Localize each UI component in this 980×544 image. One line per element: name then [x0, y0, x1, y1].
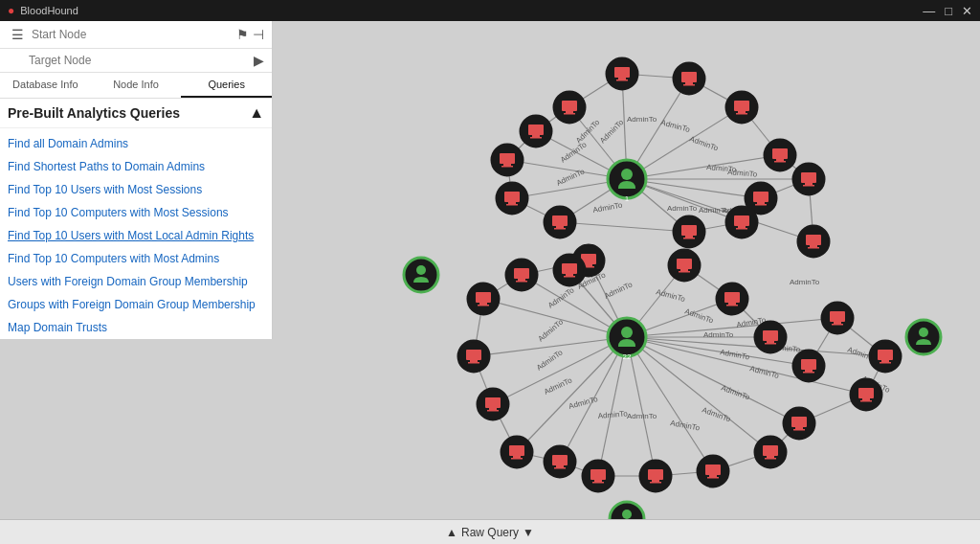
computer-node[interactable]: [492, 145, 523, 175]
computer-node[interactable]: [506, 260, 537, 290]
user-node[interactable]: [906, 320, 941, 354]
query-item-4[interactable]: Find Top 10 Computers with Most Sessions: [0, 201, 272, 224]
computer-node[interactable]: [545, 446, 575, 477]
computer-node[interactable]: [784, 408, 814, 439]
svg-text:AdminTo: AdminTo: [720, 383, 751, 401]
svg-rect-176: [803, 372, 814, 374]
query-item-9[interactable]: Map Domain Trusts: [0, 316, 272, 339]
svg-rect-164: [679, 271, 690, 273]
svg-line-42: [517, 337, 627, 452]
svg-rect-130: [753, 192, 768, 202]
svg-text:AdminTo: AdminTo: [574, 118, 602, 146]
svg-rect-215: [513, 456, 521, 458]
target-node-input[interactable]: [8, 54, 250, 67]
target-node-row: ▶: [0, 49, 272, 73]
svg-rect-208: [592, 482, 604, 484]
svg-rect-134: [734, 215, 749, 226]
svg-text:AdminTo: AdminTo: [597, 409, 628, 420]
svg-rect-228: [478, 305, 489, 306]
svg-rect-212: [554, 467, 566, 469]
computer-node[interactable]: [478, 389, 508, 419]
svg-point-238: [621, 169, 633, 180]
computer-node[interactable]: [501, 437, 532, 467]
play-button[interactable]: ▶: [254, 53, 264, 68]
svg-rect-126: [806, 235, 821, 245]
minimize-button[interactable]: —: [923, 4, 935, 18]
computer-node[interactable]: [521, 116, 551, 147]
svg-text:AdminTo: AdminTo: [683, 306, 715, 325]
computer-node[interactable]: [458, 341, 489, 372]
tab-database-info[interactable]: Database Info: [0, 73, 91, 98]
computer-node[interactable]: [793, 164, 824, 194]
close-button[interactable]: ✕: [962, 4, 972, 18]
svg-rect-150: [500, 153, 515, 164]
svg-rect-111: [685, 82, 693, 84]
computer-node[interactable]: [726, 92, 757, 123]
window-controls[interactable]: — □ ✕: [923, 4, 972, 18]
computer-node[interactable]: [726, 207, 757, 238]
svg-text:AdminTo: AdminTo: [598, 118, 626, 146]
center-node-22[interactable]: 22: [608, 318, 646, 361]
svg-rect-128: [808, 247, 819, 249]
svg-rect-146: [504, 192, 520, 202]
collapse-icon[interactable]: ▲: [249, 104, 264, 122]
computer-node[interactable]: [698, 456, 728, 487]
start-node-row: ☰ ⚑ ⊣: [0, 21, 272, 49]
computer-node[interactable]: [640, 461, 671, 491]
graph-area[interactable]: .edge { stroke: #888; stroke-width: 1.2;…: [273, 21, 980, 544]
query-item-2[interactable]: Find Shortest Paths to Domain Admins: [0, 155, 272, 178]
svg-rect-172: [765, 343, 776, 345]
computer-node[interactable]: [674, 63, 704, 94]
query-item-8[interactable]: Groups with Foreign Domain Group Members…: [0, 293, 272, 316]
tab-node-info[interactable]: Node Info: [91, 73, 182, 98]
svg-line-38: [627, 337, 713, 471]
query-item-6[interactable]: Find Top 10 Computers with Most Admins: [0, 247, 272, 270]
query-item-5[interactable]: Find Top 10 Users with Most Local Admin …: [0, 224, 272, 247]
svg-rect-118: [772, 148, 788, 159]
raw-query-button[interactable]: ▲ Raw Query ▼: [446, 526, 534, 539]
computer-node[interactable]: [755, 437, 786, 467]
user-node[interactable]: [404, 258, 438, 292]
center-node-1[interactable]: 1: [608, 160, 646, 203]
svg-point-241: [621, 327, 633, 338]
svg-rect-224: [468, 362, 479, 364]
svg-rect-106: [614, 67, 630, 78]
tabs-bar: Database Info Node Info Queries: [0, 73, 272, 99]
svg-rect-178: [830, 311, 845, 322]
computer-node[interactable]: [755, 322, 786, 352]
computer-node[interactable]: [717, 283, 747, 314]
computer-node[interactable]: [793, 351, 824, 381]
computer-node[interactable]: [545, 207, 575, 238]
query-item-7[interactable]: Users with Foreign Domain Group Membersh…: [0, 270, 272, 293]
svg-rect-163: [680, 269, 688, 271]
svg-rect-192: [793, 429, 805, 431]
query-item-1[interactable]: Find all Domain Admins: [0, 132, 272, 155]
computer-node[interactable]: [822, 303, 853, 333]
query-item-3[interactable]: Find Top 10 Users with Most Sessions: [0, 178, 272, 201]
computer-node[interactable]: [497, 183, 527, 214]
computer-node[interactable]: [765, 140, 795, 170]
computer-node[interactable]: [851, 379, 881, 410]
svg-rect-155: [532, 135, 540, 137]
upload-icon[interactable]: ⊣: [253, 27, 264, 42]
search-icon[interactable]: ⚑: [236, 27, 249, 42]
computer-node[interactable]: [674, 216, 704, 247]
svg-rect-183: [881, 360, 889, 362]
computer-node[interactable]: [583, 461, 613, 491]
svg-rect-170: [763, 330, 778, 341]
tab-queries[interactable]: Queries: [181, 73, 272, 98]
computer-node[interactable]: [554, 255, 585, 285]
computer-node[interactable]: [554, 92, 585, 123]
svg-text:AdminTo: AdminTo: [720, 348, 751, 361]
computer-node[interactable]: [607, 58, 637, 89]
start-node-input[interactable]: [32, 28, 233, 41]
computer-node[interactable]: [669, 250, 700, 281]
menu-button[interactable]: ☰: [8, 25, 28, 44]
app-logo: ●: [8, 4, 14, 17]
title-bar: ● BloodHound — □ ✕: [0, 0, 980, 21]
computer-node[interactable]: [468, 283, 499, 314]
computer-node[interactable]: [798, 226, 829, 257]
svg-text:22: 22: [623, 352, 632, 361]
maximize-button[interactable]: □: [945, 4, 952, 18]
computer-node[interactable]: [870, 341, 901, 372]
